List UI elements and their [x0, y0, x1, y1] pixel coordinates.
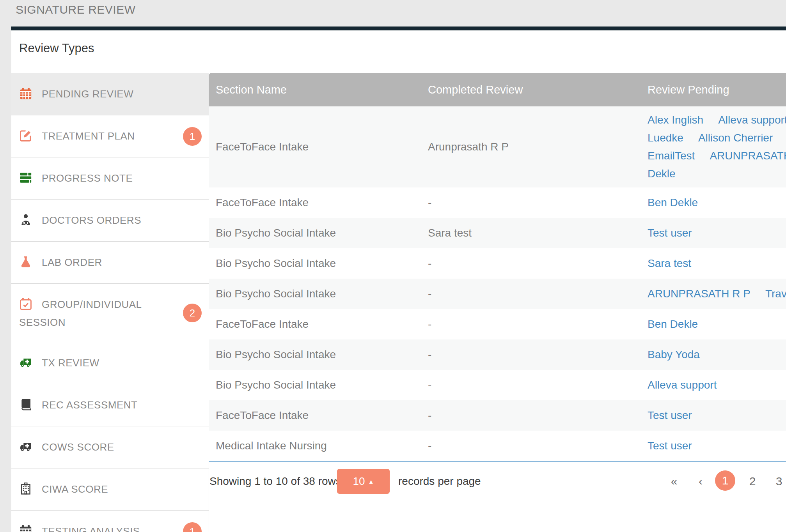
sidebar-item-treatment-plan[interactable]: TREATMENT PLAN 1 — [11, 115, 209, 157]
table-header: Section Name Completed Review Review Pen… — [209, 73, 786, 106]
book-icon — [19, 398, 32, 411]
sidebar-item-doctors-orders[interactable]: DOCTORS ORDERS — [11, 199, 209, 241]
count-badge: 2 — [183, 304, 202, 322]
sidebar-item-label: TESTING ANALYSIS — [42, 525, 140, 532]
review-types-heading: Review Types — [19, 41, 94, 55]
pagination-first-button[interactable]: « — [666, 469, 682, 494]
sidebar-item-pending-review[interactable]: PENDING REVIEW — [11, 73, 209, 115]
calendar-icon — [19, 524, 32, 532]
section-name-cell: Bio Psycho Social Intake — [209, 257, 428, 270]
completed-review-cell: - — [428, 379, 648, 391]
page-title: SIGNATURE REVIEW — [16, 3, 135, 16]
pending-user-link[interactable]: ARUNPRASATH R P — [710, 150, 786, 162]
pending-user-link[interactable]: Dekle — [648, 168, 676, 180]
column-header-section-name[interactable]: Section Name — [209, 83, 428, 96]
pending-user-link[interactable]: Baby Yoda — [648, 348, 700, 361]
sidebar-item-label: TX REVIEW — [42, 357, 99, 369]
pending-user-link[interactable]: Trav — [765, 288, 786, 300]
sidebar-item-group-individual-session[interactable]: GROUP/INDIVIDUAL SESSION 2 — [11, 283, 209, 342]
completed-review-cell: - — [428, 440, 648, 452]
sidebar-item-label: CIWA SCORE — [42, 483, 108, 495]
section-name-cell: Bio Psycho Social Intake — [209, 379, 428, 391]
completed-review-cell: Arunprasath R P — [428, 141, 648, 153]
sidebar-item-label: TREATMENT PLAN — [42, 130, 135, 142]
table-row: Bio Psycho Social Intake - Sara test — [209, 248, 786, 279]
table-row: Bio Psycho Social Intake - Alleva suppor… — [209, 370, 786, 400]
signature-review-panel: Review Types PENDING REVIEW TREATMENT PL… — [11, 27, 786, 532]
doctor-icon — [19, 213, 32, 226]
page-size-dropdown[interactable]: 10▲ — [337, 469, 390, 494]
sidebar-item-tx-review[interactable]: TX REVIEW — [11, 342, 209, 384]
pending-review-table: Section Name Completed Review Review Pen… — [209, 73, 786, 462]
pending-user-link[interactable]: Test user — [648, 440, 692, 452]
calendar-check-icon — [19, 297, 32, 311]
pending-user-link[interactable]: Alex Inglish — [648, 114, 703, 126]
section-name-cell: FaceToFace Intake — [209, 141, 428, 153]
sidebar-item-label: PENDING REVIEW — [42, 88, 133, 100]
table-row: FaceToFace Intake - Test user — [209, 400, 786, 431]
table-row: Bio Psycho Social Intake - Baby Yoda — [209, 339, 786, 370]
completed-review-cell: Sara test — [428, 227, 648, 239]
pagination-page-3[interactable]: 3 — [768, 469, 786, 494]
pagination-prev-button[interactable]: ‹ — [693, 469, 708, 494]
sidebar-item-progress-note[interactable]: PROGRESS NOTE — [11, 157, 209, 199]
count-badge: 1 — [183, 127, 202, 146]
column-header-review-pending[interactable]: Review Pending — [648, 83, 786, 96]
pagination-summary: Showing 1 to 10 of 38 rows — [209, 469, 341, 494]
pending-user-link[interactable]: EmailTest — [648, 150, 695, 162]
pagination-page-1[interactable]: 1 — [715, 470, 735, 491]
pending-user-link[interactable]: Allison Cherrier — [698, 132, 773, 144]
column-header-completed-review[interactable]: Completed Review — [428, 83, 648, 96]
pending-user-link[interactable]: Ben Dekle — [648, 196, 698, 209]
records-per-page-label: records per page — [398, 469, 481, 494]
completed-review-cell: - — [428, 257, 648, 270]
flask-icon — [19, 255, 32, 269]
section-name-cell: FaceToFace Intake — [209, 196, 428, 209]
pagination-page-2[interactable]: 2 — [742, 469, 763, 494]
review-types-sidebar: PENDING REVIEW TREATMENT PLAN 1 PROGRESS… — [11, 73, 209, 532]
progress-bars-icon — [19, 171, 32, 184]
table-row: FaceToFace Intake - Ben Dekle — [209, 187, 786, 218]
sidebar-item-label: COWS SCORE — [42, 441, 114, 453]
pending-user-link[interactable]: Sara test — [648, 257, 691, 269]
calendar-icon — [19, 87, 32, 100]
section-name-cell: FaceToFace Intake — [209, 318, 428, 331]
review-pending-cell: Alex InglishAlleva support LuedkeAllison… — [648, 111, 786, 183]
pending-user-link[interactable]: Alleva support — [648, 379, 717, 391]
pending-user-link[interactable]: ARUNPRASATH R P — [648, 288, 751, 300]
ambulance-icon — [19, 440, 32, 453]
section-name-cell: Bio Psycho Social Intake — [209, 227, 428, 239]
pending-user-link[interactable]: Test user — [648, 409, 692, 421]
completed-review-cell: - — [428, 288, 648, 300]
hospital-icon — [19, 482, 32, 495]
sidebar-item-cows-score[interactable]: COWS SCORE — [11, 426, 209, 468]
pending-user-link[interactable]: Ben Dekle — [648, 318, 698, 330]
sidebar-item-label: DOCTORS ORDERS — [42, 214, 141, 226]
pending-user-link[interactable]: Alleva support — [718, 114, 786, 126]
completed-review-cell: - — [428, 409, 648, 422]
page-size-value: 10 — [353, 475, 365, 487]
section-name-cell: Bio Psycho Social Intake — [209, 348, 428, 361]
pending-user-link[interactable]: Luedke — [648, 132, 683, 144]
completed-review-cell: - — [428, 318, 648, 331]
table-row: FaceToFace Intake - Ben Dekle — [209, 309, 786, 339]
table-row: FaceToFace Intake Arunprasath R P Alex I… — [209, 106, 786, 187]
table-row: Bio Psycho Social Intake Sara test Test … — [209, 218, 786, 248]
sidebar-item-testing-analysis[interactable]: TESTING ANALYSIS 1 — [11, 510, 209, 532]
section-name-cell: FaceToFace Intake — [209, 409, 428, 422]
completed-review-cell: - — [428, 348, 648, 361]
sidebar-item-lab-order[interactable]: LAB ORDER — [11, 241, 209, 283]
caret-up-icon: ▲ — [368, 478, 374, 485]
completed-review-cell: - — [428, 196, 648, 209]
section-name-cell: Bio Psycho Social Intake — [209, 288, 428, 300]
section-name-cell: Medical Intake Nursing — [209, 440, 428, 452]
table-row: Medical Intake Nursing - Test user — [209, 431, 786, 461]
ambulance-icon — [19, 356, 32, 369]
sidebar-item-label: PROGRESS NOTE — [42, 172, 133, 184]
pending-user-link[interactable]: Test user — [648, 227, 692, 239]
table-bottom-divider — [209, 461, 786, 462]
sidebar-item-rec-assessment[interactable]: REC ASSESSMENT — [11, 384, 209, 426]
table-row: Bio Psycho Social Intake - ARUNPRASATH R… — [209, 279, 786, 309]
sidebar-item-label: GROUP/INDIVIDUAL SESSION — [19, 299, 142, 328]
sidebar-item-ciwa-score[interactable]: CIWA SCORE — [11, 468, 209, 510]
